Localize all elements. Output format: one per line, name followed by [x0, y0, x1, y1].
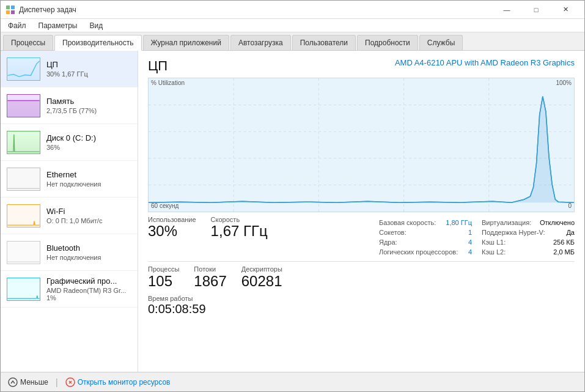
sockets-val: 1	[468, 229, 472, 236]
sockets-key: Сокетов:	[379, 229, 407, 236]
svg-rect-1	[11, 6, 15, 9]
ethernet-name: Ethernet	[46, 170, 131, 179]
sidebar-item-wifi[interactable]: Wi-Fi О: 0 П: 1,0 Мбит/с	[1, 198, 138, 234]
virt-val: Отключено	[540, 219, 575, 226]
cpu-detail: 30% 1,67 ГГц	[46, 70, 131, 78]
cpu-mini-chart	[7, 58, 40, 80]
info-cores: Ядра: 4	[379, 238, 472, 246]
chart-x-min: 0	[568, 202, 572, 209]
logical-key: Логических процессоров:	[379, 248, 458, 256]
sidebar-item-bluetooth[interactable]: Bluetooth Нет подключения	[1, 234, 138, 271]
bluetooth-thumbnail	[7, 241, 40, 264]
l2-key: Кэш L2:	[482, 248, 506, 256]
info-l1: Кэш L1: 256 КБ	[482, 238, 575, 246]
memory-thumbnail	[7, 94, 40, 117]
sidebar-item-cpu[interactable]: ЦП 30% 1,67 ГГц	[1, 51, 138, 87]
info-base-speed: Базовая скорость: 1,80 ГГц	[379, 218, 472, 227]
content-area: ЦП 30% 1,67 ГГц Память 2,7/3,5 ГБ (77%)	[1, 51, 584, 372]
virt-key: Виртуализация:	[482, 219, 531, 226]
stats-row: Использование 30% Скорость 1,67 ГГц Базо…	[148, 216, 575, 256]
monitor-icon	[65, 377, 75, 387]
cpu-chart: % Utilization 100% 60 секунд	[148, 78, 575, 212]
tab-details[interactable]: Подробности	[357, 35, 418, 50]
disk-detail: 36%	[46, 144, 131, 151]
divider	[148, 261, 575, 262]
sidebar-item-memory[interactable]: Память 2,7/3,5 ГБ (77%)	[1, 87, 138, 124]
speed-value: 1,67 ГГц	[211, 223, 268, 239]
tab-performance[interactable]: Производительность	[54, 35, 141, 51]
wifi-thumbnail	[7, 204, 40, 227]
gpu-thumbnail	[7, 278, 40, 301]
tab-processes[interactable]: Процессы	[3, 35, 53, 50]
cpu-name: ЦП	[46, 60, 131, 69]
tab-app-history[interactable]: Журнал приложений	[143, 35, 229, 50]
usage-block: Использование 30%	[148, 216, 196, 256]
menu-params[interactable]: Параметры	[34, 20, 83, 31]
gpu-mini-chart	[7, 278, 40, 300]
window-title: Диспетчер задач	[19, 6, 76, 14]
ethernet-detail: Нет подключения	[46, 180, 131, 188]
chevron-up-icon	[8, 377, 18, 387]
sidebar-item-ethernet[interactable]: Ethernet Нет подключения	[1, 161, 138, 198]
ethernet-thumbnail	[7, 168, 40, 191]
memory-info: Память 2,7/3,5 ГБ (77%)	[46, 97, 131, 114]
info-grid: Базовая скорость: 1,80 ГГц Виртуализация…	[379, 218, 575, 256]
open-monitor-link[interactable]: Открыть монитор ресурсов	[65, 377, 171, 387]
gpu-info: Графический про... AMD Radeon(TM) R3 Gr.…	[46, 276, 131, 301]
info-sockets: Сокетов: 1	[379, 228, 472, 237]
app-icon	[6, 5, 15, 15]
base-speed-key: Базовая скорость:	[379, 219, 436, 226]
disk-name: Диск 0 (C: D:)	[46, 133, 131, 142]
tab-startup[interactable]: Автозагрузка	[230, 35, 291, 50]
tab-users[interactable]: Пользователи	[292, 35, 356, 50]
sidebar-item-disk[interactable]: Диск 0 (C: D:) 36%	[1, 124, 138, 161]
logical-val: 4	[468, 248, 472, 256]
processes-value: 105	[148, 273, 179, 290]
info-l2: Кэш L2: 2,0 МБ	[482, 248, 575, 256]
chart-x-label: 60 секунд	[151, 202, 178, 209]
disk-thumbnail	[7, 131, 40, 154]
svg-rect-0	[6, 6, 10, 9]
svg-rect-2	[6, 10, 10, 14]
cpu-model: AMD A4-6210 APU with AMD Radeon R3 Graph…	[395, 58, 575, 67]
maximize-button[interactable]: □	[522, 1, 550, 19]
title-bar: Диспетчер задач — □ ✕	[1, 1, 584, 19]
hyperv-val: Да	[566, 229, 575, 236]
l1-val: 256 КБ	[553, 239, 575, 246]
wifi-detail: О: 0 П: 1,0 Мбит/с	[46, 217, 131, 224]
processes-row: Процессы 105 Потоки 1867 Дескрипторы 602…	[148, 265, 575, 290]
wifi-info: Wi-Fi О: 0 П: 1,0 Мбит/с	[46, 207, 131, 224]
wifi-mini-chart	[7, 205, 40, 227]
threads-label: Потоки	[194, 265, 226, 273]
main-panel-header: ЦП AMD A4-6210 APU with AMD Radeon R3 Gr…	[148, 58, 575, 74]
less-button[interactable]: Меньше	[8, 377, 48, 387]
chart-y-label: % Utilization	[151, 80, 185, 86]
bluetooth-detail: Нет подключения	[46, 254, 131, 261]
sidebar-item-gpu[interactable]: Графический про... AMD Radeon(TM) R3 Gr.…	[1, 271, 138, 308]
tab-services[interactable]: Службы	[419, 35, 463, 50]
title-bar-left: Диспетчер задач	[6, 5, 76, 15]
menu-bar: Файл Параметры Вид	[1, 19, 584, 32]
processes-block: Процессы 105	[148, 265, 179, 290]
disk-info: Диск 0 (C: D:) 36%	[46, 133, 131, 151]
uptime-value: 0:05:08:59	[148, 302, 575, 316]
footer-bar: Меньше | Открыть монитор ресурсов	[1, 372, 584, 391]
ethernet-info: Ethernet Нет подключения	[46, 170, 131, 188]
menu-file[interactable]: Файл	[3, 20, 31, 31]
minimize-button[interactable]: —	[493, 1, 521, 19]
close-button[interactable]: ✕	[551, 1, 579, 19]
info-virt: Виртуализация: Отключено	[482, 218, 575, 227]
svg-point-15	[9, 378, 17, 386]
monitor-label: Открыть монитор ресурсов	[78, 378, 171, 386]
sidebar: ЦП 30% 1,67 ГГц Память 2,7/3,5 ГБ (77%)	[1, 51, 138, 372]
usage-value: 30%	[148, 223, 196, 239]
bluetooth-name: Bluetooth	[46, 243, 131, 253]
l1-key: Кэш L1:	[482, 239, 506, 246]
wifi-name: Wi-Fi	[46, 207, 131, 216]
menu-view[interactable]: Вид	[84, 20, 108, 31]
svg-rect-3	[11, 10, 15, 14]
memory-name: Память	[46, 97, 131, 106]
handles-value: 60281	[241, 273, 282, 290]
bluetooth-mini-chart	[7, 242, 40, 264]
svg-rect-4	[7, 100, 39, 117]
